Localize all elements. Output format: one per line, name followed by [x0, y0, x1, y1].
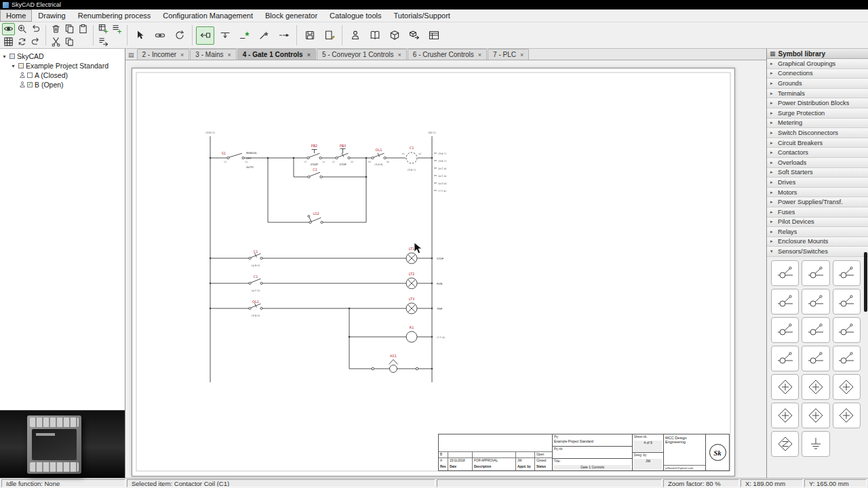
symbol-category[interactable]: ▸ ▾ Enclosure Mounts — [767, 237, 868, 247]
chevron-right-icon: ▸ — [770, 130, 775, 136]
block-export-button[interactable] — [405, 26, 423, 45]
catalogue-button[interactable] — [366, 26, 384, 45]
sensor-switch-symbol[interactable] — [802, 260, 829, 286]
link-button[interactable] — [151, 26, 169, 45]
sensor-switch-symbol[interactable] — [833, 374, 861, 400]
refresh-view-button[interactable] — [16, 36, 28, 48]
wire-dashed-tool[interactable] — [275, 26, 293, 45]
wire-node-tool[interactable] — [255, 26, 273, 45]
sensor-switch-symbol[interactable] — [833, 260, 861, 286]
tree-sheet-item[interactable]: ✓ B (Open) — [1, 80, 123, 89]
symbol-panel-scrollbar[interactable] — [864, 252, 867, 312]
symbol-category[interactable]: ▸ ▾ Terminals — [767, 89, 868, 99]
validate-document-button[interactable] — [320, 26, 338, 45]
redo-button[interactable] — [29, 36, 42, 48]
symbol-category[interactable]: ▸ ▾ Soft Starters — [767, 168, 868, 178]
drawing-canvas[interactable]: (24V-1) (0V-1) S1 MANUAL OFF AUTO 13 14 … — [125, 60, 766, 478]
tree-root[interactable]: ▾ SkyCAD — [1, 52, 123, 61]
tree-expander-icon[interactable]: ▾ — [1, 54, 7, 60]
locate-component-button[interactable] — [346, 26, 364, 45]
wire-branch-tool[interactable] — [216, 26, 234, 45]
tab-close-icon[interactable]: × — [520, 52, 524, 58]
document-tab[interactable]: 6 - Crusher Controls × — [408, 49, 487, 60]
save-button[interactable] — [300, 26, 319, 45]
duplicate-button[interactable] — [63, 36, 76, 48]
wire-new-tool[interactable] — [235, 26, 254, 45]
cut-button[interactable] — [50, 36, 62, 48]
sensor-switch-symbol[interactable] — [771, 317, 799, 343]
menu-item[interactable]: Renumbering process — [72, 9, 157, 22]
menu-item[interactable]: Tutorials/Support — [388, 9, 456, 22]
sensor-switch-symbol[interactable] — [771, 374, 799, 400]
tab-close-icon[interactable]: × — [227, 52, 231, 58]
wire-horizontal-tool[interactable] — [196, 26, 214, 45]
document-tab[interactable]: 7 - PLC × — [488, 49, 529, 60]
symbol-category[interactable]: ▸ ▾ Power Supplies/Transf. — [767, 197, 868, 207]
sensor-switch-symbol[interactable] — [802, 289, 829, 314]
tab-close-icon[interactable]: × — [398, 52, 401, 58]
sensor-switch-symbol[interactable] — [802, 374, 829, 400]
symbol-category[interactable]: ▸ ▾ Grounds — [767, 79, 868, 89]
symbol-category[interactable]: ▸ ▾ Relays — [767, 227, 868, 237]
sensor-switch-symbol[interactable] — [771, 346, 799, 371]
sensor-switch-symbol[interactable] — [833, 317, 861, 343]
rotate-button[interactable] — [170, 26, 189, 45]
sensor-switch-symbol[interactable] — [771, 431, 799, 457]
symbol-category[interactable]: ▸ ▾ Contactors — [767, 148, 868, 158]
document-tab[interactable]: 4 - Gate 1 Controls × — [237, 49, 316, 60]
document-tab[interactable]: 5 - Conveyor 1 Controls × — [317, 49, 407, 60]
symbol-category[interactable]: ▸ ▾ Surge Protection — [767, 108, 868, 119]
view-toggle-button[interactable] — [2, 23, 15, 35]
table-add-button[interactable] — [97, 23, 110, 35]
document-tab[interactable]: 2 - Incomer × — [137, 49, 190, 60]
undo-button[interactable] — [29, 23, 42, 35]
copy-button[interactable] — [63, 23, 76, 35]
symbol-category[interactable]: ▸ ▾ Graphical Groupings — [767, 59, 868, 69]
tab-close-icon[interactable]: × — [478, 52, 481, 58]
menu-item[interactable]: Block generator — [259, 9, 323, 22]
sensor-switch-symbol[interactable] — [802, 346, 829, 371]
block-3d-button[interactable] — [385, 26, 403, 45]
sensor-switch-symbol[interactable] — [771, 260, 799, 286]
grid-button[interactable] — [2, 36, 15, 48]
sensor-switch-symbol[interactable] — [802, 317, 829, 343]
symbol-category[interactable]: ▸ ▾ Drives — [767, 178, 868, 188]
menu-item[interactable]: Drawing — [32, 9, 71, 22]
paste-button[interactable] — [77, 23, 90, 35]
sensor-switch-symbol[interactable] — [771, 289, 799, 314]
report-button[interactable] — [425, 26, 443, 45]
sheet-checkbox[interactable]: ✓ — [27, 82, 33, 87]
symbol-category[interactable]: ▸ ▾ Metering — [767, 119, 868, 129]
symbol-category[interactable]: ▸ ▾ Motors — [767, 188, 868, 198]
select-pointer-button[interactable] — [131, 26, 149, 45]
sensor-switch-symbol[interactable] — [771, 403, 799, 428]
document-tab[interactable]: 3 - Mains × — [190, 49, 236, 60]
tab-close-icon[interactable]: × — [307, 52, 311, 58]
tree-project[interactable]: ▾ Example Project Standard — [1, 61, 123, 70]
symbol-category[interactable]: ▸ ▾ Pilot Devices — [767, 218, 868, 228]
sensor-switch-symbol[interactable] — [802, 403, 829, 428]
symbol-category[interactable]: ▸ ▾ Fuses — [767, 207, 868, 218]
sensor-switch-symbol[interactable] — [833, 403, 861, 428]
delete-button[interactable] — [50, 23, 62, 35]
symbol-category[interactable]: ▸ ▾ Power Distribution Blocks — [767, 98, 868, 108]
symbol-category[interactable]: ▸ ▾ Connections — [767, 69, 868, 79]
tab-close-icon[interactable]: × — [180, 52, 184, 58]
symbol-category[interactable]: ▸ ▾ Overloads — [767, 158, 868, 168]
sensor-switch-symbol[interactable] — [802, 431, 829, 457]
menu-item[interactable]: Catalogue tools — [323, 9, 387, 22]
sheet-checkbox[interactable]: ✓ — [27, 73, 33, 78]
sensor-switch-symbol[interactable] — [833, 289, 861, 314]
svg-text:C1: C1 — [254, 274, 258, 279]
symbol-category[interactable]: ▸ ▾ Switch Disconnectors — [767, 128, 868, 138]
tree-sheet-item[interactable]: ✓ A (Closed) — [1, 70, 123, 80]
sensor-switch-symbol[interactable] — [833, 346, 861, 371]
tree-expander-icon[interactable]: ▾ — [10, 63, 16, 69]
list-add-button[interactable] — [111, 23, 123, 35]
menu-item[interactable]: Configuration Management — [157, 9, 259, 22]
zoom-window-button[interactable] — [16, 23, 28, 35]
symbol-category[interactable]: ▸ ▾ Sensors/Switches — [767, 247, 868, 257]
symbol-category[interactable]: ▸ ▾ Circuit Breakers — [767, 138, 868, 148]
menu-item[interactable]: Home — [0, 9, 32, 22]
export-list-button[interactable] — [97, 36, 110, 48]
